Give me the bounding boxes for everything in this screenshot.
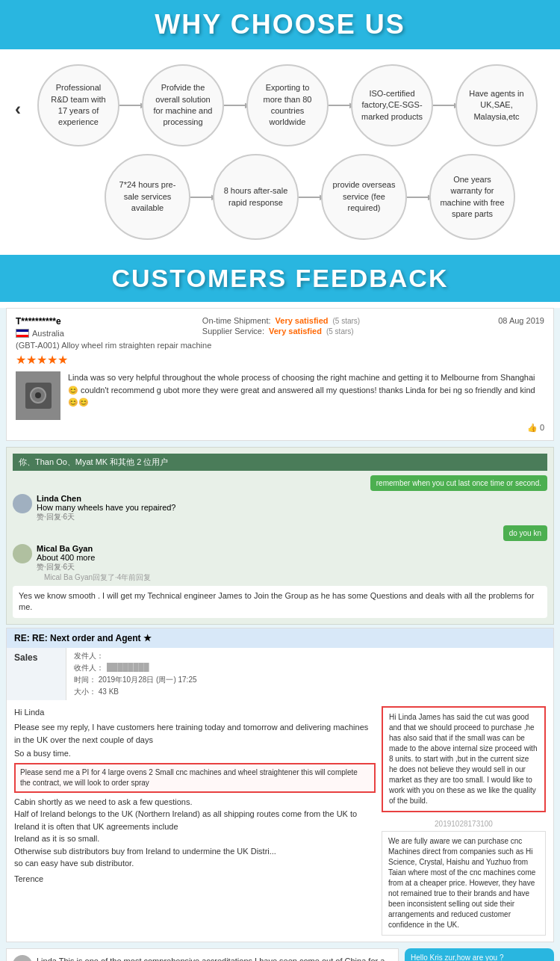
arrow-connector-7	[407, 197, 429, 198]
features-section: ‹ Professional R&D team with 17 years of…	[0, 49, 560, 255]
right-chat-block: Hello Kris zur,how are you ? 下午4:32 ✓✓ H…	[405, 948, 554, 961]
email-highlighted-right: Hi Linda James has said the cut was good…	[382, 706, 546, 812]
chat-message-2: About 400 more	[37, 553, 151, 562]
review-footer: 👍 0	[16, 423, 544, 433]
email-to-row: 收件人： ████████	[74, 663, 546, 673]
why-choose-us-header: WHY CHOOSE US	[0, 0, 560, 49]
reviewer-info: T**********e Australia	[16, 316, 64, 338]
chat-reply-meta: Mical Ba Gyan回复了·4年前回复	[44, 572, 151, 583]
email-fields: 发件人： 收件人： ████████ 时间： 2019年10月28日 (周一) …	[66, 648, 553, 700]
feature-overall: Profvide the overall solution for machin…	[142, 64, 224, 146]
email-body6: Otherwise sub distributors buy from Irel…	[14, 845, 376, 858]
email-date-row: 时间： 2019年10月28日 (周一) 17:25	[74, 675, 546, 685]
customers-feedback-header: CUSTOMERS FEEDBACK	[0, 255, 560, 302]
ratings-col: On-time Shipment: Very satisfied (5 star…	[202, 316, 360, 338]
bottom-chat-section: Linda This is one of the most comprehens…	[6, 948, 554, 961]
chat-avatar-linda	[13, 494, 32, 513]
bubble-right-1: Hello Kris zur,how are you ? 下午4:32 ✓✓	[405, 948, 554, 961]
arrow-connector-1	[119, 105, 142, 106]
arrow-connector-6	[299, 197, 321, 198]
feature-circle-exporting: Exporting to more than 80 countries worl…	[246, 64, 329, 146]
feature-exporting: Exporting to more than 80 countries worl…	[246, 64, 329, 146]
review-header: T**********e Australia On-time Shipment:…	[16, 316, 544, 338]
feature-aftersale: 8 hours after-sale rapid response	[213, 154, 299, 240]
on-time-label: On-time Shipment:	[202, 316, 271, 325]
bottom-left-text: Linda This is one of the most comprehens…	[37, 955, 392, 961]
chat-meta-2: 赞·回复·6天	[37, 562, 151, 572]
email-body2: So a busy time.	[14, 747, 376, 760]
country-badge: Australia	[16, 329, 64, 338]
feature-overseas: provide overseas service (fee required)	[321, 154, 407, 240]
review-product: (GBT-A001) Alloy wheel rim straighten re…	[16, 341, 544, 350]
feedback-section: T**********e Australia On-time Shipment:…	[0, 308, 560, 961]
chat-sender-2: Mical Ba Gyan	[37, 544, 151, 553]
why-choose-us-title: WHY CHOOSE US	[0, 9, 560, 40]
email-body3: Cabin shortly as we need to ask a few qu…	[14, 796, 376, 809]
feature-circle-iso: ISO-certified factory,CE-SGS-marked prod…	[351, 64, 433, 146]
feature-agents: Have agents in UK,SAE, Malaysia,etc	[455, 64, 538, 146]
bottom-avatar	[13, 955, 32, 961]
svg-point-3	[35, 392, 41, 398]
on-time-stars: (5 stars)	[332, 317, 360, 325]
reviewer-name: T**********e	[16, 316, 64, 327]
chat-meta-1: 赞·回复·6天	[37, 512, 176, 522]
tech-message: Yes we know smooth . I will get my Techn…	[13, 586, 547, 618]
feature-circle-presale: 7*24 hours pre-sale services available	[105, 154, 190, 240]
email-body7: so can easy have sub distributor.	[14, 857, 376, 870]
supplier-rating: Supplier Service: Very satisfied (5 star…	[202, 327, 360, 336]
review-card: T**********e Australia On-time Shipment:…	[6, 308, 554, 441]
product-image	[16, 371, 60, 420]
feature-circle-rd: Professional R&D team with 17 years of e…	[37, 64, 119, 146]
email-header: RE: RE: Next order and Agent ★	[7, 628, 553, 648]
bottom-left-message: Linda This is one of the most comprehens…	[6, 948, 399, 961]
arrow-connector-2	[224, 105, 246, 106]
divider-timestamp: 20191028173100	[382, 817, 546, 831]
email-main-content: Hi Linda Please see my reply, I have cus…	[14, 706, 376, 936]
review-stars: ★★★★★	[16, 353, 544, 367]
email-highlighted-box: Please send me a PI for 4 large ovens 2 …	[14, 763, 376, 793]
australia-flag	[16, 329, 29, 338]
review-text: Linda was so very helpful throughout the…	[68, 371, 544, 420]
back-arrow-icon[interactable]: ‹	[15, 99, 21, 120]
arrow-connector-3	[329, 105, 351, 106]
email-size-row: 大小： 43 KB	[74, 687, 546, 697]
email-body: Hi Linda Please see my reply, I have cus…	[7, 700, 553, 942]
arrow-connector-5	[190, 197, 213, 198]
feature-circle-agents: Have agents in UK,SAE, Malaysia,etc	[455, 64, 538, 146]
email-body4: Half of Ireland belongs to the UK (North…	[14, 808, 376, 832]
chat-avatar-mical	[13, 544, 32, 563]
on-time-rating: On-time Shipment: Very satisfied (5 star…	[202, 316, 360, 325]
email-sales-label: Sales	[7, 648, 66, 700]
email-body1: Please see my reply, I have customers he…	[14, 721, 376, 746]
email-subject: RE: RE: Next order and Agent ★	[14, 633, 152, 643]
helpful-icon: 👍 0	[527, 423, 544, 433]
supplier-label: Supplier Service:	[202, 327, 264, 336]
feature-circle-overseas: provide overseas service (fee required)	[321, 154, 407, 240]
feature-rd-team: Professional R&D team with 17 years of e…	[37, 64, 119, 146]
chat-message-1: How many wheels have you repaired?	[37, 503, 176, 512]
chat-section-1: 你、Than Oo、Myat MK 和其他 2 位用户 remember whe…	[6, 447, 554, 625]
email-greeting: Hi Linda	[14, 706, 376, 719]
feature-warranty: One years warranty for machine with free…	[429, 154, 515, 240]
feature-presale: 7*24 hours pre-sale services available	[105, 154, 190, 240]
email-message-box2: We are fully aware we can purchase cnc M…	[382, 831, 546, 936]
feature-iso: ISO-certified factory,CE-SGS-marked prod…	[351, 64, 433, 146]
feature-circle-aftersale: 8 hours after-sale rapid response	[213, 154, 299, 240]
email-from-row: 发件人：	[74, 651, 546, 661]
supplier-stars: (5 stars)	[326, 327, 354, 336]
email-body5: Ireland as it is so small.	[14, 832, 376, 845]
chat-sender-1: Linda Chen	[37, 494, 176, 503]
feature-circle-overall: Profvide the overall solution for machin…	[142, 64, 224, 146]
customers-feedback-title: CUSTOMERS FEEDBACK	[0, 264, 560, 293]
email-right-panel: Hi Linda James has said the cut was good…	[382, 706, 546, 936]
right-bubble-2: do you kn	[503, 525, 547, 541]
email-signature: Terence	[14, 873, 376, 886]
right-bubble-1: remember when you cut last once time or …	[370, 475, 547, 491]
arrow-connector-4	[433, 105, 455, 106]
on-time-value: Very satisfied	[276, 316, 329, 325]
review-date: 08 Aug 2019	[498, 316, 544, 338]
feature-circle-warranty: One years warranty for machine with free…	[429, 154, 515, 240]
country-name: Australia	[32, 329, 64, 338]
review-body: Linda was so very helpful throughout the…	[16, 371, 544, 420]
chat-participants: 你、Than Oo、Myat MK 和其他 2 位用户	[13, 454, 547, 471]
